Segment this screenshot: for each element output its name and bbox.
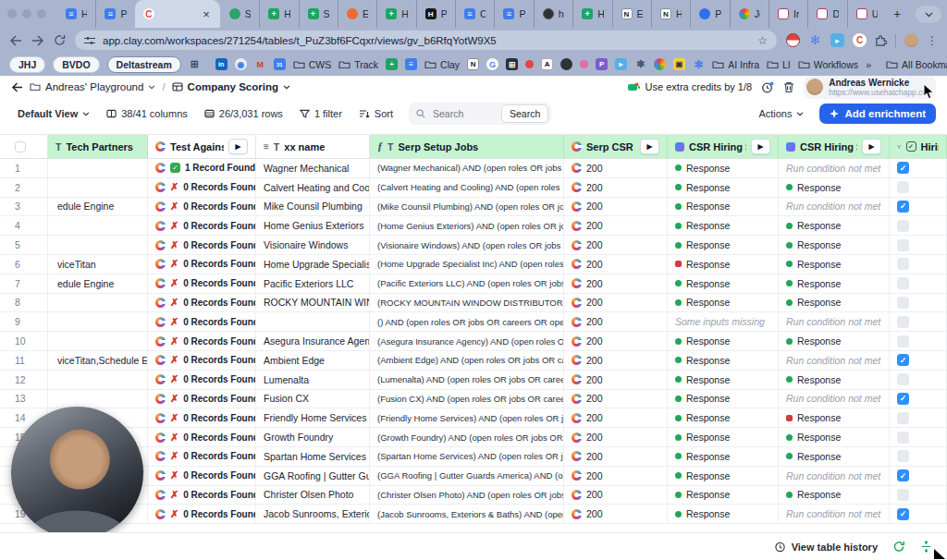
cell-csr-hiring-status-2[interactable]: Response bbox=[779, 332, 890, 350]
cell-serp-setup-jobs[interactable]: (Fusion CX) AND (open roles OR jobs OR c… bbox=[370, 390, 564, 408]
browser-tab[interactable]: Par bbox=[416, 0, 455, 28]
cell-test-against-sumble[interactable]: ✗0 Records Found bbox=[148, 467, 256, 485]
row-checkbox[interactable] bbox=[897, 316, 909, 328]
bookmark-folder[interactable]: LI bbox=[767, 59, 791, 70]
cell-csr-hiring-status[interactable]: Response bbox=[668, 428, 779, 446]
column-header-hiring[interactable]: ✓Hiring C bbox=[890, 135, 947, 158]
cell-serp-setup-jobs[interactable]: (Friendly Home Services) AND (open roles… bbox=[370, 408, 564, 427]
cell-tech-partners[interactable] bbox=[48, 178, 148, 197]
bookmarks-overflow-icon[interactable]: » bbox=[866, 59, 871, 70]
send-extension-icon[interactable]: ▸ bbox=[830, 33, 844, 47]
cell-tech-partners[interactable] bbox=[48, 312, 148, 331]
cell-serp-csr-jobs[interactable]: 200 bbox=[564, 312, 668, 331]
cell-csr-hiring-status[interactable]: Response bbox=[668, 274, 779, 293]
bookmark-grid-dark-icon[interactable] bbox=[506, 58, 518, 70]
cell-serp-setup-jobs[interactable]: (Home Genius Exteriors) AND (open roles … bbox=[370, 216, 564, 235]
column-header-serp_csr[interactable]: Serp CSR Jobs▶ bbox=[564, 135, 668, 158]
row-checkbox[interactable] bbox=[897, 335, 909, 347]
cell-csr-hiring-status[interactable]: Some inputs missing bbox=[668, 312, 779, 331]
cell-csr-hiring-status[interactable]: Response bbox=[668, 216, 779, 235]
cell-hiring-checkbox[interactable] bbox=[890, 447, 947, 466]
row-checkbox[interactable] bbox=[897, 412, 909, 424]
extensions-puzzle-icon[interactable] bbox=[875, 34, 887, 46]
row-checkbox[interactable] bbox=[897, 181, 909, 193]
cell-serp-csr-jobs[interactable]: 200 bbox=[564, 255, 668, 274]
bookmark-dark-circle-icon[interactable] bbox=[560, 58, 572, 70]
browser-tab[interactable]: Ser bbox=[299, 0, 338, 28]
row-number[interactable]: 12 bbox=[0, 371, 48, 389]
tab-search-button[interactable] bbox=[916, 6, 941, 23]
bookmark-folder[interactable]: Track bbox=[338, 59, 378, 70]
bookmark-folder[interactable]: All Bookmarks bbox=[886, 59, 947, 70]
cell-test-against-sumble[interactable]: ✗0 Records Found bbox=[148, 351, 256, 370]
bookmark-google-icon[interactable] bbox=[486, 58, 498, 70]
cell-tech-partners[interactable]: edule Engine bbox=[48, 198, 148, 216]
row-number[interactable]: 1 bbox=[0, 159, 48, 177]
cell-company-name[interactable]: ROCKY MOUNTAIN WIND... bbox=[256, 294, 370, 312]
cell-tech-partners[interactable]: edule Engine bbox=[48, 274, 148, 293]
row-checkbox[interactable] bbox=[897, 432, 909, 444]
cell-serp-csr-jobs[interactable]: 200 bbox=[564, 447, 668, 466]
cell-company-name[interactable]: Christer Olsen Photo bbox=[256, 486, 370, 505]
row-checkbox[interactable] bbox=[897, 393, 909, 405]
cell-tech-partners[interactable] bbox=[48, 294, 148, 312]
back-button[interactable] bbox=[9, 35, 22, 46]
cell-serp-csr-jobs[interactable]: 200 bbox=[564, 274, 668, 293]
row-checkbox[interactable] bbox=[897, 239, 909, 251]
browser-tab[interactable]: Cor bbox=[455, 0, 494, 28]
cell-csr-hiring-status-2[interactable]: Response bbox=[779, 255, 890, 274]
cell-test-against-sumble[interactable]: ✓1 Record Found bbox=[148, 159, 256, 177]
app-back-button[interactable] bbox=[11, 82, 23, 92]
browser-tab[interactable]: Pos bbox=[690, 0, 729, 28]
close-window-button[interactable] bbox=[7, 9, 17, 18]
notifications-icon[interactable] bbox=[761, 81, 774, 93]
address-bar[interactable]: app.clay.com/workspaces/271254/tables/t_… bbox=[75, 30, 777, 50]
cell-tech-partners[interactable] bbox=[48, 371, 148, 389]
new-tab-button[interactable]: + bbox=[886, 0, 908, 28]
row-checkbox[interactable] bbox=[897, 277, 909, 289]
cell-hiring-checkbox[interactable] bbox=[890, 216, 947, 235]
cell-test-against-sumble[interactable]: ✗0 Records Found bbox=[148, 294, 256, 312]
cell-tech-partners[interactable] bbox=[48, 236, 148, 254]
cell-csr-hiring-status-2[interactable]: Response bbox=[779, 274, 890, 293]
zoom-window-button[interactable] bbox=[37, 9, 46, 18]
browser-tab[interactable]: Intr bbox=[769, 0, 807, 28]
bookmark-gear-icon[interactable] bbox=[634, 58, 646, 70]
breadcrumb-table[interactable]: Company Scoring bbox=[172, 81, 290, 92]
cell-company-name[interactable] bbox=[256, 312, 370, 331]
column-header-name[interactable]: ≡Txx name bbox=[256, 135, 370, 158]
bookmark-calendar-icon[interactable] bbox=[274, 58, 286, 70]
browser-tab[interactable]: HV bbox=[259, 0, 298, 28]
browser-tab[interactable]: hov bbox=[534, 0, 572, 28]
bookmark-yellow-box-icon[interactable] bbox=[673, 58, 685, 70]
cell-csr-hiring-status-2[interactable]: Response bbox=[779, 371, 890, 389]
row-number[interactable]: 13 bbox=[0, 390, 48, 408]
cell-serp-setup-jobs[interactable]: (Jacob Sunrooms, Exteriors & Baths) AND … bbox=[370, 505, 564, 523]
reload-button[interactable] bbox=[54, 34, 66, 46]
cell-serp-csr-jobs[interactable]: 200 bbox=[564, 467, 668, 485]
cell-company-name[interactable]: Wagner Mechanical bbox=[256, 159, 370, 177]
cell-serp-setup-jobs[interactable]: (ROCKY MOUNTAIN WINDOW DISTRIBUTORS) ... bbox=[370, 294, 564, 312]
row-number[interactable]: 5 bbox=[0, 236, 48, 254]
bookmark-pink-icon[interactable] bbox=[580, 60, 588, 68]
cell-serp-csr-jobs[interactable]: 200 bbox=[564, 505, 668, 523]
cell-csr-hiring-status[interactable]: Response bbox=[668, 198, 779, 216]
cell-csr-hiring-status[interactable]: Response bbox=[668, 390, 779, 408]
cell-serp-setup-jobs[interactable]: (Calvert Heating and Cooling) AND (open … bbox=[370, 178, 564, 197]
row-checkbox[interactable] bbox=[897, 450, 909, 462]
cell-serp-setup-jobs[interactable]: (Home Upgrade Specialist Inc) AND (open … bbox=[370, 255, 564, 274]
cell-csr-hiring-status[interactable]: Response bbox=[668, 159, 779, 177]
run-column-button[interactable]: ▶ bbox=[751, 139, 770, 154]
cell-csr-hiring-status[interactable]: Response bbox=[668, 294, 779, 312]
cell-hiring-checkbox[interactable] bbox=[890, 428, 947, 446]
cell-company-name[interactable]: Spartan Home Services bbox=[256, 447, 370, 466]
row-checkbox[interactable] bbox=[897, 220, 909, 232]
cell-serp-csr-jobs[interactable]: 200 bbox=[564, 428, 668, 446]
cell-test-against-sumble[interactable]: ✗0 Records Found bbox=[148, 236, 256, 254]
cell-hiring-checkbox[interactable] bbox=[890, 236, 947, 254]
cell-hiring-checkbox[interactable] bbox=[890, 294, 947, 312]
cell-hiring-checkbox[interactable] bbox=[890, 332, 947, 350]
breadcrumb-workspace[interactable]: Andreas' Playground bbox=[30, 81, 155, 92]
forward-button[interactable] bbox=[31, 35, 44, 46]
cell-hiring-checkbox[interactable] bbox=[890, 390, 947, 408]
